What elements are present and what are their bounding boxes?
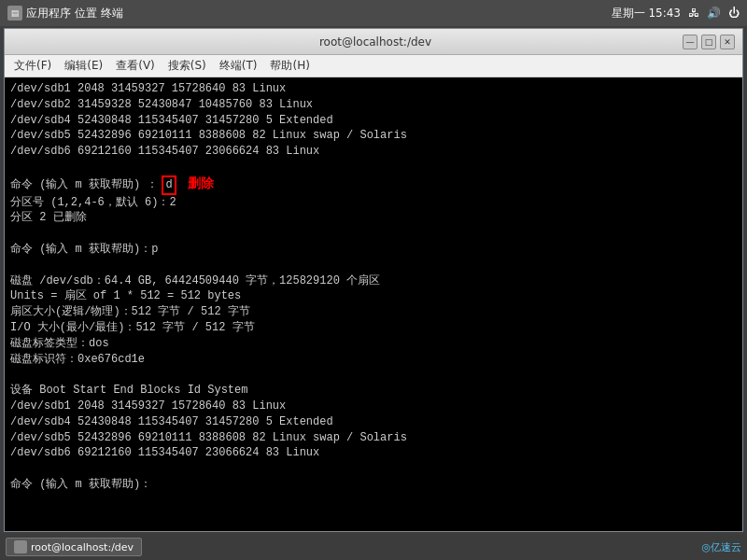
menu-help[interactable]: 帮助(H)	[264, 56, 315, 76]
partition-prompt-line: 分区号 (1,2,4-6，默认 6)：2	[10, 195, 737, 211]
menu-edit[interactable]: 编辑(E)	[59, 56, 108, 76]
title-bar: root@localhost:/dev — □ ✕	[5, 29, 742, 55]
menu-bar: 文件(F) 编辑(E) 查看(V) 搜索(S) 终端(T) 帮助(H)	[5, 55, 742, 77]
datetime-label: 星期一 15:43	[612, 6, 681, 21]
yiyun-brand: ◎亿速云	[701, 540, 741, 554]
disk-label-line: 磁盘标签类型：dos	[10, 336, 737, 352]
deleted-msg-line: 分区 2 已删除	[10, 210, 737, 226]
terminal-content[interactable]: /dev/sdb1 2048 31459327 15728640 83 Linu…	[5, 77, 742, 531]
table-row-2: /dev/sdb4 52430848 115345407 31457280 5 …	[10, 414, 737, 430]
menu-terminal[interactable]: 终端(T)	[214, 56, 263, 76]
blank-line-1	[10, 160, 737, 175]
maximize-button[interactable]: □	[701, 35, 716, 49]
output-line-4: /dev/sdb5 52432896 69210111 8388608 82 L…	[10, 128, 737, 144]
disk-id-line: 磁盘标识符：0xe676cd1e	[10, 352, 737, 368]
taskbar-app-icon	[14, 540, 27, 553]
command-d-highlight: d	[162, 175, 176, 195]
output-line-2: /dev/sdb2 31459328 52430847 10485760 83 …	[10, 97, 737, 113]
taskbar-app-item[interactable]: root@localhost:/dev	[6, 538, 142, 556]
prompt-line-1: 命令 (输入 m 获取帮助) ： d 删除	[10, 175, 737, 195]
blank-line-5	[10, 461, 737, 477]
final-prompt-line: 命令 (输入 m 获取帮助)：	[10, 477, 737, 493]
volume-icon: 🔊	[707, 7, 721, 20]
menu-file[interactable]: 文件(F)	[8, 56, 57, 76]
os-topbar: ▤ 应用程序 位置 终端 星期一 15:43 🖧 🔊 ⏻	[0, 0, 747, 26]
window-controls: — □ ✕	[683, 35, 735, 49]
blank-line-4	[10, 367, 737, 383]
taskbar-right: ◎亿速云	[701, 540, 741, 554]
terminal-menu[interactable]: 终端	[101, 6, 123, 21]
blank-line-3	[10, 258, 737, 273]
delete-annotation: 删除	[188, 175, 214, 194]
output-line-5: /dev/sdb6 69212160 115345407 23066624 83…	[10, 144, 737, 160]
io-size-line: I/O 大小(最小/最佳)：512 字节 / 512 字节	[10, 320, 737, 336]
sector-size-line: 扇区大小(逻辑/物理)：512 字节 / 512 字节	[10, 304, 737, 320]
table-row-1: /dev/sdb1 2048 31459327 15728640 83 Linu…	[10, 399, 737, 414]
app-menu[interactable]: 应用程序	[26, 6, 71, 21]
power-icon[interactable]: ⏻	[728, 7, 740, 20]
location-menu[interactable]: 位置	[75, 6, 97, 21]
prompt-line-2: 命令 (输入 m 获取帮助)：p	[10, 242, 737, 258]
taskbar: root@localhost:/dev ◎亿速云	[0, 534, 747, 560]
os-topbar-left: ▤ 应用程序 位置 终端	[7, 6, 123, 21]
table-header-line: 设备 Boot Start End Blocks Id System	[10, 383, 737, 399]
menu-search[interactable]: 搜索(S)	[162, 56, 212, 76]
menu-view[interactable]: 查看(V)	[110, 56, 161, 76]
os-topbar-right: 星期一 15:43 🖧 🔊 ⏻	[612, 6, 740, 21]
disk-info-line: 磁盘 /dev/sdb：64.4 GB, 64424509440 字节，1258…	[10, 273, 737, 289]
taskbar-app-label: root@localhost:/dev	[31, 541, 134, 553]
minimize-button[interactable]: —	[683, 35, 698, 49]
close-button[interactable]: ✕	[720, 35, 735, 49]
blank-line-2	[10, 226, 737, 242]
table-row-4: /dev/sdb6 69212160 115345407 23066624 83…	[10, 445, 737, 461]
table-row-3: /dev/sdb5 52432896 69210111 8388608 82 L…	[10, 430, 737, 446]
os-app-icon: ▤	[7, 6, 22, 21]
units-line: Units = 扇区 of 1 * 512 = 512 bytes	[10, 288, 737, 304]
network-icon: 🖧	[688, 7, 699, 20]
window-title: root@localhost:/dev	[68, 35, 683, 49]
taskbar-left: root@localhost:/dev	[6, 538, 142, 556]
output-line-3: /dev/sdb4 52430848 115345407 31457280 5 …	[10, 113, 737, 129]
terminal-window: root@localhost:/dev — □ ✕ 文件(F) 编辑(E) 查看…	[4, 28, 743, 532]
output-line-1: /dev/sdb1 2048 31459327 15728640 83 Linu…	[10, 81, 737, 97]
